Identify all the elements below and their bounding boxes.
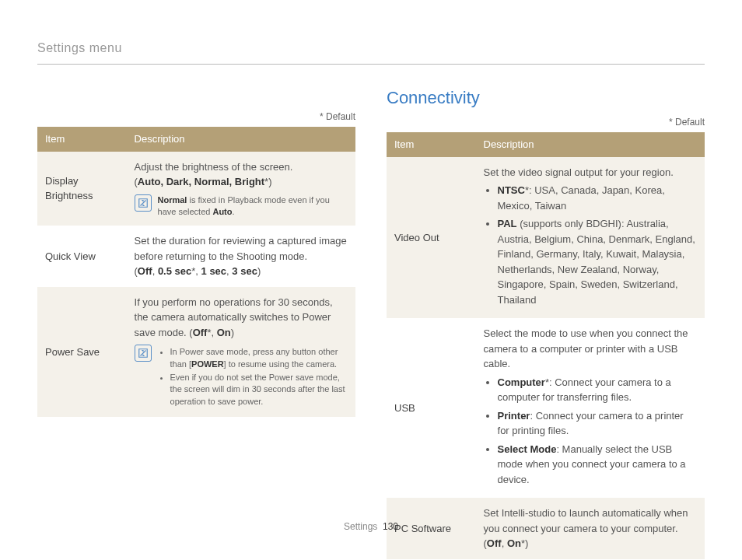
opt: Off <box>193 327 208 338</box>
default-note-right: * Default <box>387 115 705 129</box>
note-bold: POWER <box>191 359 224 369</box>
note-bold: Normal <box>158 195 187 205</box>
opt-label: Printer <box>498 410 530 422</box>
item-name: USB <box>387 318 476 498</box>
sep: , <box>502 537 507 549</box>
item-name: Video Out <box>387 157 476 319</box>
opt-label: PAL <box>498 218 517 229</box>
page-footer: Settings 130 <box>0 520 742 534</box>
item-description: Adjust the brightness of the screen. (Au… <box>127 152 355 226</box>
table-row: Display Brightness Adjust the brightness… <box>37 152 355 226</box>
page-header: Settings menu <box>37 39 705 65</box>
opt: On <box>217 327 231 338</box>
note-icon <box>135 345 152 362</box>
col-header-item: Item <box>37 127 127 152</box>
sep: , <box>195 265 201 277</box>
list-item: PAL (supports only BDGHI): Australia, Au… <box>498 216 697 307</box>
opt: On <box>507 537 521 549</box>
settings-table-left: Item Description Display Brightness Adju… <box>37 127 355 417</box>
right-column: Connectivity * Default Item Description … <box>387 85 705 559</box>
footer-page-number: 130 <box>383 521 398 532</box>
opt: Off <box>487 537 502 549</box>
col-header-description: Description <box>127 127 355 152</box>
section-title-connectivity: Connectivity <box>387 85 705 110</box>
options-list: Auto, Dark, Normal, Bright <box>138 176 264 187</box>
settings-table-right: Item Description Video Out Set the video… <box>387 132 705 559</box>
opt-label: NTSC <box>498 184 525 196</box>
left-column: * Default Item Description Display Brigh… <box>37 85 355 559</box>
sep: , <box>152 265 158 277</box>
opt: 3 sec <box>232 265 257 277</box>
list-item: Printer: Connect your camera to a printe… <box>498 408 697 439</box>
opt: 1 sec <box>201 265 227 277</box>
item-description: If you perform no operations for 30 seco… <box>127 287 355 417</box>
note-block: In Power save mode, press any button oth… <box>135 345 348 409</box>
desc-lead: Set the video signal output for your reg… <box>484 166 674 178</box>
table-row: Power Save If you perform no operations … <box>37 287 355 417</box>
note-item: Even if you do not set the Power save mo… <box>170 372 348 408</box>
list-item: Select Mode: Manually select the USB mod… <box>498 442 697 488</box>
item-name: Display Brightness <box>37 152 127 226</box>
opt: Off <box>138 265 152 277</box>
opt-label: Computer <box>498 376 545 388</box>
list-item: Computer*: Connect your camera to a comp… <box>498 375 697 405</box>
note-bold: Auto <box>212 207 232 216</box>
opt-text: (supports only BDGHI): Australia, Austri… <box>498 218 695 306</box>
options-close: ) <box>231 327 234 338</box>
table-row: USB Select the mode to use when you conn… <box>387 318 705 498</box>
note-text: In Power save mode, press any button oth… <box>158 345 348 409</box>
note-icon <box>135 194 152 212</box>
desc-lead: Adjust the brightness of the screen. <box>135 161 293 173</box>
item-description: Set the duration for reviewing a capture… <box>127 226 355 287</box>
sep: , <box>212 327 217 338</box>
desc-lead: Select the mode to use when you connect … <box>484 327 688 369</box>
opt: 0.5 sec <box>158 265 191 277</box>
note-span: ] to resume using the camera. <box>224 359 338 369</box>
default-note-left: * Default <box>37 110 355 124</box>
note-item: In Power save mode, press any button oth… <box>170 346 348 370</box>
col-header-item: Item <box>387 132 476 157</box>
item-description: Set the video signal output for your reg… <box>476 157 705 319</box>
note-span: . <box>233 207 235 216</box>
col-header-description: Description <box>476 132 705 157</box>
desc-lead: Set the duration for reviewing a capture… <box>135 235 347 262</box>
item-name: Quick View <box>37 226 127 287</box>
item-description: Select the mode to use when you connect … <box>476 318 705 498</box>
options-close: *) <box>264 176 271 187</box>
options-close: ) <box>525 537 528 549</box>
options-close: ) <box>257 265 261 277</box>
table-row: Quick View Set the duration for reviewin… <box>37 226 355 287</box>
opt-label: Select Mode <box>498 443 557 455</box>
content-columns: * Default Item Description Display Brigh… <box>37 85 705 559</box>
footer-section: Settings <box>344 521 377 532</box>
note-text: Normal is fixed in Playback mode even if… <box>158 194 348 219</box>
note-block: Normal is fixed in Playback mode even if… <box>135 194 348 219</box>
list-item: NTSC*: USA, Canada, Japan, Korea, Mexico… <box>498 183 697 213</box>
item-name: Power Save <box>37 287 127 417</box>
table-row: Video Out Set the video signal output fo… <box>387 157 705 319</box>
